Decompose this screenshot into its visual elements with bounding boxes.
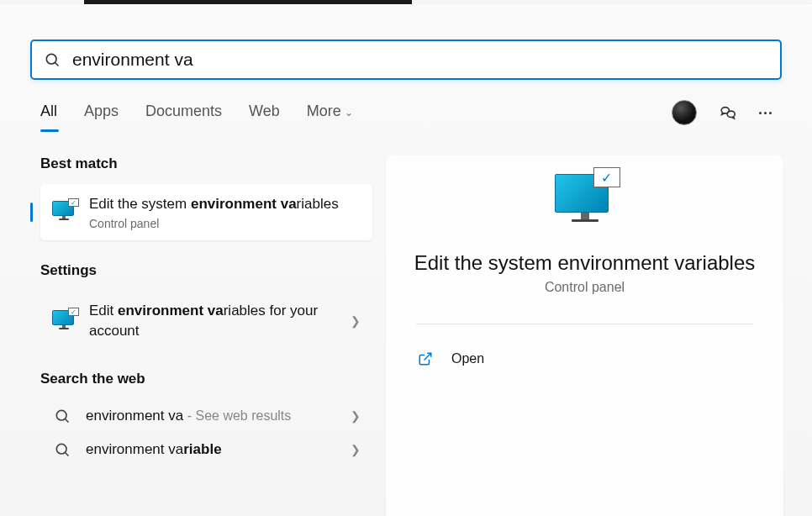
search-icon: [54, 408, 71, 424]
result-category: Control panel: [89, 217, 361, 230]
chevron-right-icon: ❯: [351, 314, 361, 328]
title-prefix: Edit the system: [89, 196, 191, 212]
system-properties-icon: ✓: [52, 201, 77, 223]
result-title: Edit the system environment variables: [89, 194, 361, 215]
web-prefix: environment va: [86, 441, 183, 457]
title-bold: environment va: [191, 196, 297, 212]
tab-more[interactable]: More⌄: [307, 103, 353, 124]
web-bold: riable: [183, 441, 221, 457]
web-suffix: - See web results: [187, 408, 292, 423]
result-title: Edit environment variables for your acco…: [89, 301, 344, 342]
tab-all[interactable]: All: [40, 103, 57, 124]
result-settings-item[interactable]: ✓ Edit environment variables for your ac…: [40, 291, 372, 352]
svg-line-1: [55, 63, 59, 66]
divider: [416, 324, 753, 324]
header-icons: [672, 100, 772, 125]
results-list: Best match ✓ Edit the system environment…: [40, 155, 372, 516]
web-text: environment va: [86, 408, 183, 424]
chevron-right-icon: ❯: [351, 443, 361, 456]
open-action[interactable]: Open: [406, 343, 763, 375]
filter-tabs: All Apps Documents Web More⌄: [0, 92, 812, 140]
svg-point-4: [56, 444, 66, 454]
svg-line-5: [66, 453, 69, 456]
result-text: Edit the system environment variables Co…: [89, 194, 361, 230]
system-properties-icon: ✓: [52, 310, 77, 332]
search-container: [0, 4, 812, 92]
title-bold: environment va: [118, 303, 224, 319]
chevron-right-icon: ❯: [351, 409, 361, 423]
result-text: Edit environment variables for your acco…: [89, 301, 344, 342]
user-avatar[interactable]: [672, 100, 697, 125]
search-input[interactable]: [72, 50, 768, 70]
tab-web[interactable]: Web: [249, 103, 280, 124]
tab-documents[interactable]: Documents: [145, 103, 222, 124]
result-best-match[interactable]: ✓ Edit the system environment variables …: [40, 184, 372, 240]
svg-line-6: [424, 353, 431, 360]
search-panel: All Apps Documents Web More⌄ Best match: [0, 4, 812, 516]
web-result-2[interactable]: environment variable ❯: [40, 433, 372, 466]
section-best-match: Best match: [40, 155, 372, 172]
search-box[interactable]: [30, 39, 782, 80]
open-external-icon: [418, 351, 433, 366]
more-icon[interactable]: [759, 112, 772, 114]
preview-category: Control panel: [406, 280, 763, 295]
title-prefix: Edit: [89, 303, 118, 319]
tab-more-label: More: [307, 103, 341, 119]
window-frame-top: [0, 0, 812, 4]
preview-app-icon: ✓: [551, 174, 619, 234]
result-text: environment va - See web results: [86, 408, 344, 424]
preview-title: Edit the system environment variables: [406, 251, 763, 275]
chat-icon[interactable]: [719, 103, 737, 122]
result-text: environment variable: [86, 441, 344, 458]
section-search-web: Search the web: [40, 371, 372, 387]
tab-apps[interactable]: Apps: [84, 103, 119, 124]
content-area: Best match ✓ Edit the system environment…: [0, 140, 812, 516]
preview-pane: ✓ Edit the system environment variables …: [386, 155, 783, 516]
title-suffix: riables: [297, 196, 339, 212]
svg-point-0: [46, 54, 56, 64]
web-result-1[interactable]: environment va - See web results ❯: [40, 399, 372, 433]
search-icon: [54, 441, 71, 458]
chevron-down-icon: ⌄: [345, 107, 353, 118]
open-label: Open: [451, 351, 484, 366]
svg-point-2: [56, 410, 66, 420]
svg-line-3: [66, 419, 69, 423]
search-icon: [44, 51, 61, 68]
section-settings: Settings: [40, 262, 372, 279]
